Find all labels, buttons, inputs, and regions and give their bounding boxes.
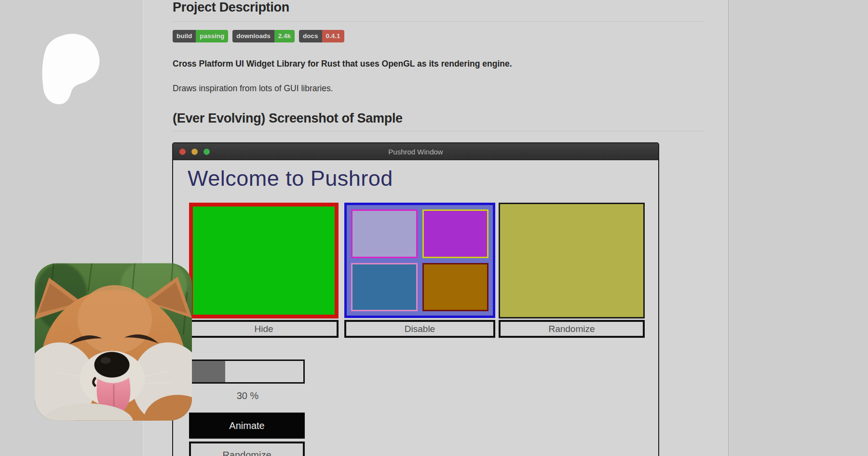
project-subtitle: Draws inspiration from lots of GUI libra… [173, 83, 655, 94]
green-widget-box [189, 203, 339, 318]
badge-value: passing [196, 30, 228, 42]
badge-value: 2.4k [274, 30, 295, 42]
patreon-logo-icon [38, 33, 102, 105]
badge-row: build passing downloads 2.4k docs 0.4.1 [173, 30, 344, 42]
blue-widget-panel [344, 203, 495, 318]
downloads-badge[interactable]: downloads 2.4k [232, 30, 295, 42]
build-status-badge[interactable]: build passing [173, 30, 228, 42]
randomize-button[interactable]: Randomize [499, 320, 645, 338]
page-root: Project Description build passing downlo… [0, 0, 868, 456]
progress-bar [190, 359, 305, 384]
shiba-dog-photo [35, 262, 192, 422]
animate-button[interactable]: Animate [189, 413, 305, 439]
hide-button[interactable]: Hide [189, 320, 339, 338]
randomize-button-bottom[interactable]: Randomize [189, 442, 305, 456]
olive-widget-box [499, 203, 645, 318]
lavender-widget-cell [351, 209, 418, 258]
disable-button[interactable]: Disable [344, 320, 495, 338]
window-titlebar[interactable]: Pushrod Window [173, 143, 658, 160]
badge-label: docs [299, 30, 322, 42]
badge-label: downloads [232, 30, 274, 42]
window-title: Pushrod Window [173, 143, 658, 160]
badge-value: 0.4.1 [322, 30, 344, 42]
progress-percent-label: 30 % [190, 390, 305, 401]
badge-label: build [173, 30, 196, 42]
welcome-heading: Welcome to Pushrod [188, 166, 393, 191]
docs-version-badge[interactable]: docs 0.4.1 [299, 30, 344, 42]
project-tagline: Cross Platform UI Widget Library for Rus… [173, 59, 655, 69]
steel-blue-widget-cell [351, 263, 418, 312]
pushrod-window: Pushrod Window Welcome to Pushrod Hide D… [172, 142, 659, 456]
progress-bar-fill [192, 361, 225, 382]
brown-widget-cell [422, 263, 489, 312]
screenshot-sample-heading: (Ever Evolving) Screenshot of Sample [173, 111, 705, 131]
project-description-heading: Project Description [173, 0, 705, 22]
purple-widget-cell [422, 209, 489, 258]
